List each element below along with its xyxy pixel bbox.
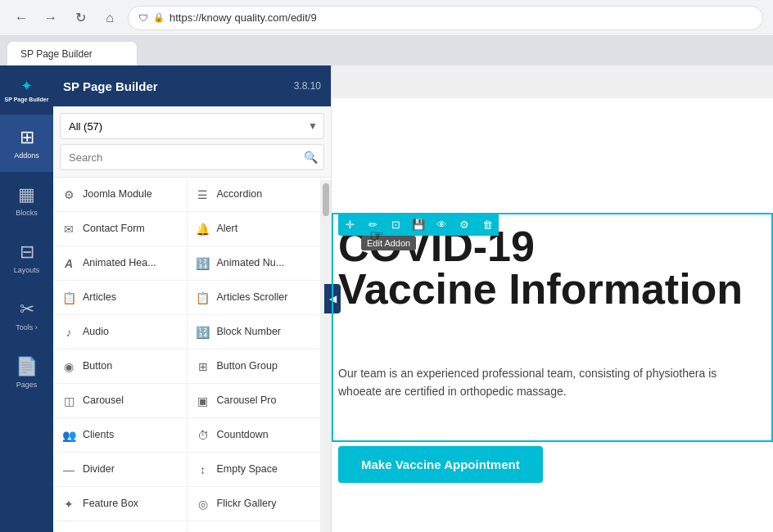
- panel-collapse-button[interactable]: ◀: [324, 284, 341, 313]
- addon-form-builder[interactable]: 📋 Form Builder: [188, 521, 322, 532]
- eye-button[interactable]: 👁: [430, 213, 453, 236]
- edit-toolbar: ✛ ✏ ⊡ 💾 👁 ⚙ 🗑: [338, 213, 499, 236]
- delete-button[interactable]: 🗑: [476, 213, 499, 236]
- addon-accordion[interactable]: ☰ Accordion: [188, 178, 322, 212]
- main-content: ✦ SP Page Builder ⊞ Addons ▦ Blocks ⊟ La…: [0, 65, 773, 532]
- addon-label: Flickr Gallery: [217, 498, 277, 510]
- carousel-icon: ◫: [61, 394, 76, 408]
- forward-button[interactable]: →: [39, 7, 62, 29]
- save-icon: 💾: [412, 219, 425, 231]
- sidebar-item-addons[interactable]: ⊞ Addons: [0, 115, 53, 172]
- panel-header: SP Page Builder 3.8.10: [53, 65, 331, 106]
- addon-label: Divider: [83, 463, 115, 476]
- addon-articles-scroller[interactable]: 📋 Articles Scroller: [188, 281, 322, 315]
- canvas-content: ✛ ✏ ⊡ 💾 👁 ⚙ 🗑: [332, 65, 773, 532]
- logo-text: SP Page Builder: [5, 97, 49, 103]
- edit-button[interactable]: ✏: [361, 213, 384, 236]
- browser-bar: ← → ↻ ⌂ 🛡 🔒 https://knowy quality.com/ed…: [0, 0, 773, 36]
- feature-box-icon: ✦: [61, 497, 76, 512]
- addon-carousel-pro[interactable]: ▣ Carousel Pro: [188, 384, 322, 418]
- search-icon: 🔍: [304, 151, 318, 164]
- panel-title: SP Page Builder: [63, 79, 158, 93]
- animated-heading-icon: A: [61, 256, 76, 271]
- addon-label: Carousel: [83, 394, 124, 407]
- cta-button[interactable]: Make Vaccine Appointment: [338, 446, 543, 483]
- reload-button[interactable]: ↻: [69, 7, 92, 29]
- search-wrapper: 🔍: [60, 144, 324, 170]
- sidebar-addons-label: Addons: [14, 151, 39, 160]
- audio-icon: ♪: [61, 325, 76, 340]
- articles-scroller-icon: 📋: [196, 291, 210, 305]
- alert-icon: 🔔: [196, 222, 210, 237]
- filter-select[interactable]: All (57): [60, 113, 324, 139]
- tab-bar: SP Page Builder: [0, 36, 773, 65]
- sidebar-tools-label: Tools ›: [16, 323, 38, 331]
- save-button[interactable]: 💾: [407, 213, 430, 236]
- addon-label: Feature Box: [83, 498, 138, 510]
- delete-icon: 🗑: [482, 219, 493, 231]
- joomla-module-icon: ⚙: [61, 187, 76, 202]
- contact-form-icon: ✉: [61, 222, 76, 237]
- sidebar-item-blocks[interactable]: ▦ Blocks: [0, 172, 53, 229]
- carousel-pro-icon: ▣: [196, 394, 210, 408]
- search-input[interactable]: [60, 144, 324, 170]
- addon-articles[interactable]: 📋 Articles: [53, 281, 188, 315]
- back-button[interactable]: ←: [10, 7, 33, 29]
- accordion-icon: ☰: [196, 187, 210, 202]
- addon-button-group[interactable]: ⊞ Button Group: [188, 349, 322, 384]
- tab-label: SP Page Builder: [20, 48, 93, 60]
- addon-label: Alert: [217, 223, 238, 235]
- copy-icon: ⊡: [391, 219, 400, 231]
- chevron-left-icon: ◀: [329, 293, 337, 304]
- addon-button[interactable]: ◉ Button: [53, 349, 188, 384]
- addon-label: Clients: [83, 429, 114, 441]
- sidebar-logo[interactable]: ✦ SP Page Builder: [0, 65, 53, 115]
- sidebar-item-layouts[interactable]: ⊟ Layouts: [0, 229, 53, 286]
- settings-button[interactable]: ⚙: [453, 213, 476, 236]
- addon-label: Button Group: [217, 360, 278, 372]
- addon-flickr-gallery[interactable]: ◎ Flickr Gallery: [188, 487, 322, 521]
- canvas-body-text: Our team is an experienced professional …: [338, 364, 757, 401]
- addon-carousel[interactable]: ◫ Carousel: [53, 384, 188, 418]
- sidebar-item-pages[interactable]: 📄 Pages: [0, 344, 53, 401]
- addon-flip-box[interactable]: ⧉ Flip Box: [53, 521, 188, 532]
- copy-button[interactable]: ⊡: [384, 213, 407, 236]
- addon-feature-box[interactable]: ✦ Feature Box: [53, 487, 188, 521]
- addon-label: Carousel Pro: [217, 394, 277, 407]
- move-button[interactable]: ✛: [338, 213, 361, 236]
- lock-icon: 🔒: [153, 12, 165, 23]
- addon-contact-form[interactable]: ✉ Contact Form: [53, 212, 188, 246]
- addon-label: Audio: [83, 326, 109, 338]
- browser-tab[interactable]: SP Page Builder: [7, 41, 138, 65]
- home-button[interactable]: ⌂: [98, 7, 121, 29]
- addon-divider[interactable]: ― Divider: [53, 453, 188, 487]
- addon-label: Empty Space: [217, 463, 278, 476]
- sidebar-blocks-label: Blocks: [16, 209, 38, 217]
- logo-icon: ✦: [20, 77, 33, 95]
- addon-audio[interactable]: ♪ Audio: [53, 315, 188, 349]
- address-text: https://knowy quality.com/edit/9: [170, 11, 317, 24]
- addon-alert[interactable]: 🔔 Alert: [188, 212, 322, 246]
- addon-label: Animated Hea...: [83, 257, 156, 269]
- addon-animated-heading[interactable]: A Animated Hea...: [53, 246, 188, 281]
- panel-filter: All (57) ▼ 🔍: [53, 106, 331, 178]
- block-number-icon: 🔢: [196, 325, 210, 340]
- addon-empty-space[interactable]: ↕ Empty Space: [188, 453, 322, 487]
- addon-clients[interactable]: 👥 Clients: [53, 418, 188, 453]
- address-bar[interactable]: 🛡 🔒 https://knowy quality.com/edit/9: [128, 6, 763, 30]
- sidebar-item-tools[interactable]: ✂ Tools ›: [0, 286, 53, 344]
- addon-label: Animated Nu...: [217, 257, 285, 269]
- articles-icon: 📋: [61, 291, 76, 305]
- addon-label: Articles Scroller: [217, 291, 288, 304]
- scroll-thumb: [323, 183, 329, 216]
- edit-addon-tooltip: Edit Addon: [361, 236, 416, 250]
- addon-block-number[interactable]: 🔢 Block Number: [188, 315, 322, 349]
- canvas-top-strip: [332, 65, 773, 98]
- addon-animated-number[interactable]: 🔢 Animated Nu...: [188, 246, 322, 281]
- scroll-bar[interactable]: [321, 180, 331, 532]
- sidebar-pages-label: Pages: [16, 381, 38, 389]
- addon-label: Joomla Module: [83, 188, 152, 201]
- button-icon: ◉: [61, 359, 76, 374]
- addon-joomla-module[interactable]: ⚙ Joomla Module: [53, 178, 188, 212]
- addon-countdown[interactable]: ⏱ Countdown: [188, 418, 322, 453]
